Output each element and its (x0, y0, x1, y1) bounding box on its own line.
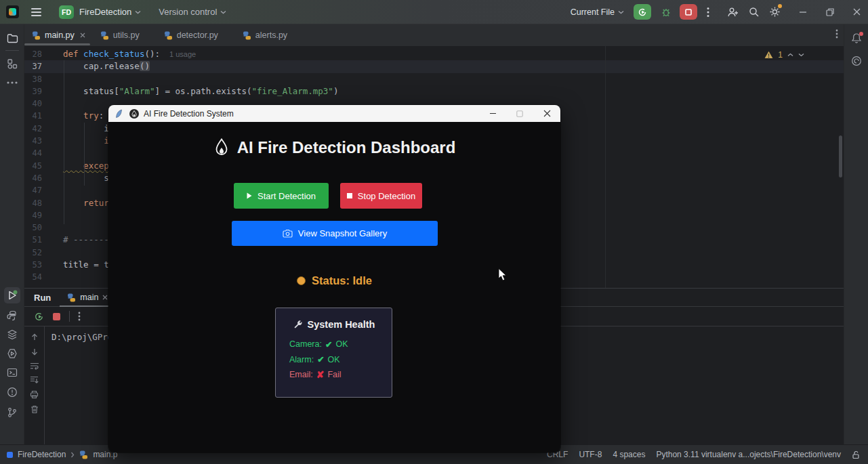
python-file-icon (79, 450, 88, 459)
print-icon[interactable] (30, 390, 39, 399)
window-maximize-icon[interactable] (825, 7, 835, 17)
run-tool-window-icon[interactable] (4, 287, 20, 303)
health-items: Camera:✔OKAlarm:✔OKEmail:✘Fail (289, 339, 348, 379)
wrench-icon (293, 320, 303, 330)
breadcrumb-project[interactable]: FireDetection (18, 450, 66, 459)
search-icon[interactable] (749, 7, 760, 18)
inspection-widget[interactable]: 1 (764, 50, 804, 60)
code-line[interactable]: 28def check_status():1 usage (24, 48, 844, 60)
line-number[interactable]: 39 (24, 85, 42, 98)
line-number[interactable]: 44 (24, 147, 42, 159)
detection-status: Status: Idle (108, 274, 560, 287)
window-close-icon[interactable] (852, 7, 861, 16)
stripe-divider (5, 50, 19, 51)
main-menu-icon[interactable] (31, 8, 41, 16)
terminal-icon[interactable] (4, 364, 20, 381)
rerun-button[interactable] (634, 4, 651, 20)
dialog-title-bar[interactable]: AI Fire Detection System (108, 105, 560, 122)
scroll-to-end-icon[interactable] (30, 376, 39, 384)
git-branch-icon[interactable] (4, 404, 20, 421)
close-icon[interactable] (102, 295, 108, 300)
python-file-icon (164, 31, 173, 40)
line-number[interactable]: 45 (24, 160, 42, 172)
view-snapshot-gallery-button[interactable]: View Snapshot Gallery (232, 221, 438, 246)
more-actions-icon[interactable] (707, 7, 709, 18)
problems-icon[interactable] (4, 384, 20, 400)
line-number[interactable]: 54 (24, 271, 42, 283)
line-number[interactable]: 47 (24, 184, 42, 196)
services-icon[interactable] (4, 326, 20, 343)
next-warning-icon[interactable] (798, 53, 804, 57)
project-name[interactable]: FireDetection (79, 7, 131, 17)
line-number[interactable]: 42 (24, 123, 42, 135)
run-tab-main[interactable]: main (67, 293, 108, 302)
tab-options-icon[interactable] (835, 29, 838, 41)
arrow-up-icon[interactable] (30, 333, 39, 341)
arrow-down-icon[interactable] (30, 347, 39, 356)
tab-scrollbar[interactable] (24, 43, 90, 45)
fire-detection-dialog: AI Fire Detection System AI Fire Detecti… (108, 105, 560, 452)
code-line[interactable]: 37 cap.release() (24, 60, 844, 72)
ai-assistant-icon[interactable] (848, 53, 865, 69)
close-icon[interactable] (80, 33, 85, 38)
line-number[interactable]: 41 (24, 110, 42, 122)
usage-hint[interactable]: 1 usage (169, 50, 196, 58)
trash-icon[interactable] (30, 405, 39, 414)
line-number[interactable]: 38 (24, 73, 42, 85)
code-line[interactable]: 39 status["Alarm"] = os.path.exists("fir… (24, 85, 844, 98)
dialog-minimize-icon[interactable] (479, 105, 506, 122)
start-detection-button[interactable]: Start Detection (234, 183, 329, 209)
line-number[interactable]: 49 (24, 209, 42, 222)
python-console-icon[interactable] (4, 308, 20, 324)
notifications-icon[interactable] (848, 30, 865, 46)
more-options-icon[interactable] (78, 312, 81, 321)
structure-icon[interactable] (4, 56, 20, 72)
stop-button[interactable] (680, 4, 697, 20)
line-number[interactable]: 40 (24, 98, 42, 110)
tab-detector-py[interactable]: detector.py (157, 24, 226, 46)
window-minimize-icon[interactable] (798, 7, 808, 17)
python-file-icon (32, 31, 41, 40)
camera-icon (283, 230, 293, 238)
rerun-icon[interactable] (34, 312, 44, 322)
stop-icon[interactable] (52, 312, 61, 321)
line-number[interactable]: 28 (24, 48, 42, 60)
more-tool-windows-icon[interactable] (4, 75, 20, 91)
prev-warning-icon[interactable] (787, 53, 793, 57)
dialog-maximize-icon[interactable] (506, 105, 533, 122)
tab-utils-py[interactable]: utils.py (93, 24, 147, 46)
line-number[interactable]: 46 (24, 172, 42, 184)
notification-dot (859, 32, 863, 36)
pycharm-logo-icon[interactable] (6, 5, 19, 18)
soft-wrap-icon[interactable] (30, 362, 39, 370)
code-text: except (63, 160, 114, 172)
editor-scrollbar[interactable] (839, 135, 842, 177)
python-file-icon (243, 31, 251, 40)
run-hexagon-icon[interactable] (4, 345, 20, 362)
tk-feather-icon (115, 109, 123, 119)
line-number[interactable]: 50 (24, 222, 42, 234)
add-user-icon[interactable] (727, 7, 739, 18)
settings-icon[interactable] (769, 6, 781, 18)
line-number[interactable]: 51 (24, 234, 42, 246)
line-number[interactable]: 48 (24, 197, 42, 209)
unlocked-icon[interactable] (852, 450, 860, 459)
version-control-menu[interactable]: Version control (159, 7, 217, 17)
code-text: # -------- (63, 234, 114, 246)
code-line[interactable]: 38 (24, 73, 844, 85)
debug-icon[interactable] (661, 7, 671, 18)
project-folder-icon[interactable] (4, 30, 20, 46)
line-number[interactable]: 43 (24, 135, 42, 147)
line-number[interactable]: 37 (24, 60, 42, 72)
code-text: if (63, 135, 114, 147)
interpreter-widget[interactable]: Python 3.11 virtualenv a...ojects\FireDe… (656, 450, 841, 459)
stop-detection-button[interactable]: Stop Detection (340, 183, 422, 209)
line-number[interactable]: 53 (24, 259, 42, 271)
project-badge[interactable]: FD (59, 5, 74, 19)
indent-widget[interactable]: 4 spaces (613, 450, 645, 459)
dialog-close-icon[interactable] (533, 105, 560, 122)
encoding-widget[interactable]: UTF-8 (579, 450, 602, 459)
tab-alerts-py[interactable]: alerts.py (235, 24, 295, 46)
run-config-selector[interactable]: Current File (571, 7, 615, 17)
line-number[interactable]: 52 (24, 247, 42, 259)
